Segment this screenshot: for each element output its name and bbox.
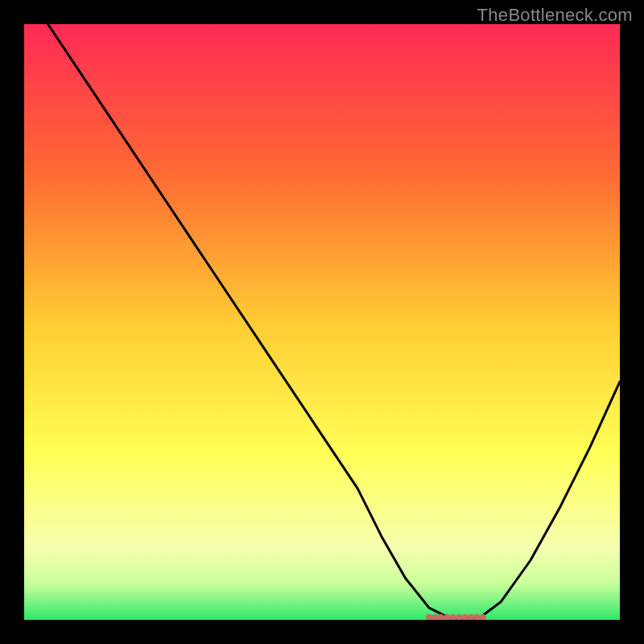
- chart-container: { "watermark": "TheBottleneck.com", "col…: [0, 0, 644, 644]
- minimum-marker-band: [426, 614, 486, 620]
- minimum-marker: [473, 614, 480, 620]
- minimum-marker: [431, 614, 438, 620]
- minimum-marker: [461, 614, 468, 620]
- minimum-marker: [426, 614, 432, 620]
- minimum-marker: [450, 614, 456, 620]
- minimum-marker: [468, 614, 474, 620]
- watermark-text: TheBottleneck.com: [477, 5, 633, 26]
- curve-layer: [24, 24, 620, 620]
- plot-frame: [24, 24, 620, 620]
- bottleneck-curve-path: [48, 24, 620, 620]
- minimum-marker: [456, 614, 462, 620]
